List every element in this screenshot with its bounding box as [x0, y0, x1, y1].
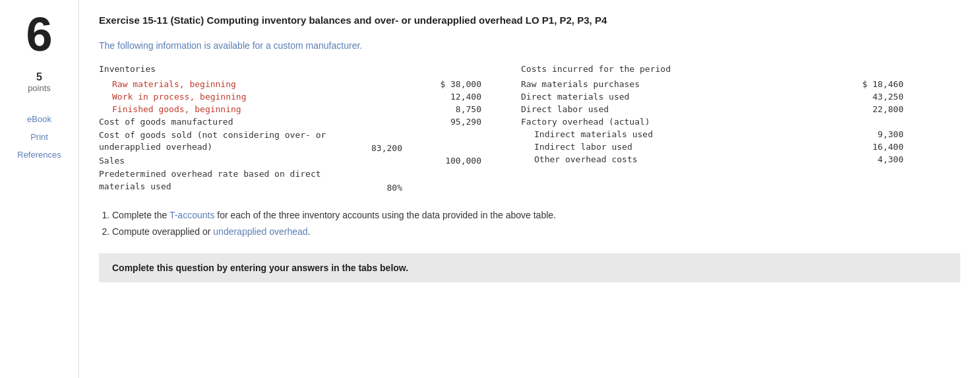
- table-row: Cost of goods sold (not considering over…: [99, 128, 508, 154]
- points-label: points: [28, 83, 51, 93]
- right-table: Costs incurred for the period Raw materi…: [521, 64, 960, 194]
- left-table: Inventories Raw materials, beginning $ 3…: [99, 64, 508, 194]
- table-row: Finished goods, beginning 8,750: [99, 103, 508, 115]
- table-row: Factory overhead (actual): [521, 115, 960, 128]
- underapplied-link[interactable]: underapplied overhead: [213, 226, 307, 237]
- right-table-header: Costs incurred for the period: [521, 64, 960, 74]
- table-row: Work in process, beginning 12,400: [99, 90, 508, 103]
- ebook-link[interactable]: eBook: [27, 113, 51, 125]
- table-row: Direct materials used 43,250: [521, 90, 960, 103]
- intro-text: The following information is available f…: [99, 40, 960, 51]
- table-row: Raw materials purchases $ 18,460: [521, 78, 960, 90]
- instructions: Complete the T-accounts for each of the …: [99, 207, 960, 240]
- table-row: Direct labor used 22,800: [521, 103, 960, 115]
- table-row: Sales 100,000: [99, 154, 508, 167]
- complete-banner: Complete this question by entering your …: [99, 253, 960, 282]
- table-row: Predetermined overhead rate based on dir…: [99, 167, 508, 193]
- question-number: 6: [26, 11, 52, 58]
- table-row: Raw materials, beginning $ 38,000: [99, 78, 508, 90]
- table-row: Cost of goods manufactured 95,290: [99, 115, 508, 128]
- references-link[interactable]: References: [17, 148, 61, 161]
- print-link[interactable]: Print: [30, 131, 48, 143]
- left-table-header: Inventories: [99, 64, 508, 74]
- table-row: Indirect labor used 16,400: [521, 141, 960, 153]
- points-value: 5: [28, 71, 51, 83]
- exercise-title: Exercise 15-11 (Static) Computing invent…: [99, 13, 692, 27]
- t-accounts-link[interactable]: T-accounts: [169, 210, 214, 220]
- table-row: Other overhead costs 4,300: [521, 153, 960, 166]
- table-row: Indirect materials used 9,300: [521, 128, 960, 141]
